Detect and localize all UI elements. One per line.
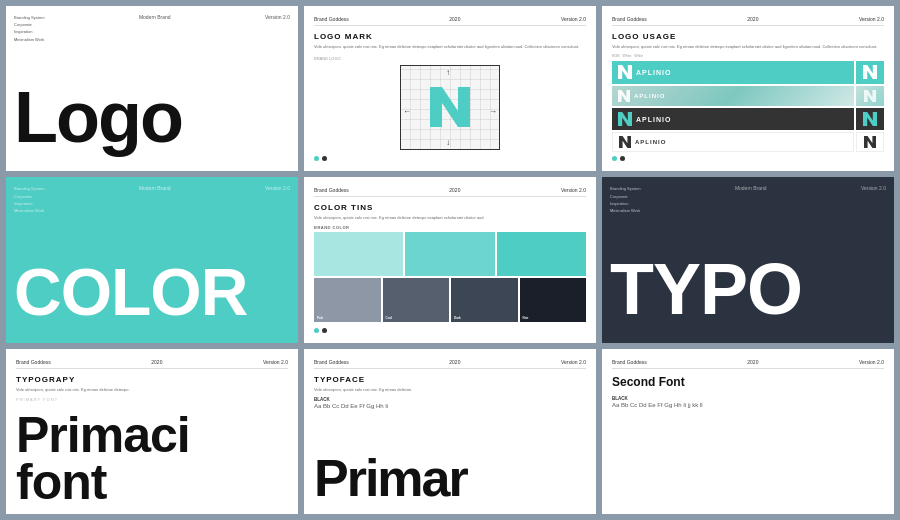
swatch-teal-light (314, 232, 403, 276)
card3-color-label: RGB White White (612, 54, 884, 58)
card5-dots (314, 328, 586, 333)
swatch-teal-mid (405, 232, 494, 276)
card-logo-mark: Brand Goddess 2020 Version 2.0 LOGO MARK… (304, 6, 596, 171)
card3-teal-icon (856, 61, 884, 84)
swatch-teal (497, 232, 586, 276)
svg-marker-0 (430, 87, 470, 127)
card4-header: Branding System Corporate Inspiration Mi… (14, 185, 290, 214)
card9-weight-label: BLACK (612, 396, 884, 401)
n-icon-light (619, 136, 631, 148)
card3-row3: APLINIO (612, 108, 884, 131)
arrow-left: ← (403, 107, 411, 116)
card5-dark-row: Pale Cool Dark Noir (314, 278, 586, 322)
card1-nav: Branding System Corporate Inspiration Mi… (14, 14, 44, 43)
card6-nav: Branding System Corporate Inspiration Mi… (610, 185, 640, 214)
dot-teal-3 (612, 156, 617, 161)
card3-photo-logo: APLINIO (612, 86, 854, 106)
card3-row1: APLINIO (612, 61, 884, 84)
arrow-right: → (489, 107, 497, 116)
card8-char-sample: Aa Bb Cc Dd Ee Ff Gg Hh Ii (314, 403, 586, 409)
svg-marker-1 (618, 65, 632, 79)
card2-logo-grid-box: ↑ ↓ ← → (400, 65, 500, 150)
card1-brand: Modern Brand (139, 14, 171, 43)
card8-section-title: TYPOFACE (314, 375, 586, 384)
card6-brand: Modern Brand (735, 185, 767, 214)
card3-section-title: LOGO USAGE (612, 32, 884, 41)
card7-font-label: Primary font (16, 397, 288, 402)
arrow-top: ↑ (446, 68, 450, 77)
card8-header: Brand Goddess 2020 Version 2.0 (314, 359, 586, 369)
card1-version: Version 2.0 (265, 14, 290, 43)
card5-body-text: Vide ulriscipcm, quiste calc rosi mic. E… (314, 215, 586, 221)
card3-logo-examples: APLINIO APLINIO APLINIO (612, 61, 884, 152)
card2-body-text: Vide ulriscipcm, quiste calc rosi mic. E… (314, 44, 586, 50)
svg-marker-2 (863, 65, 877, 79)
card4-version: Version 2.0 (265, 185, 290, 214)
svg-marker-5 (618, 112, 632, 126)
card3-brand-name-dark: APLINIO (636, 116, 671, 123)
card2-section-title: LOGO MARK (314, 32, 586, 41)
card3-brand-name-photo: APLINIO (634, 93, 665, 99)
swatch-dark2-label: Dark (454, 316, 515, 320)
n-icon-photo (618, 90, 630, 102)
dot-teal-5 (314, 328, 319, 333)
swatch-gray-label: Pale (317, 316, 378, 320)
swatch-dark2: Dark (451, 278, 518, 322)
svg-marker-7 (619, 136, 631, 148)
swatch-dark1: Cool (383, 278, 450, 322)
card9-header: Brand Goddess 2020 Version 2.0 (612, 359, 884, 369)
card5-section-title: COLOR TINS (314, 203, 586, 212)
n-icon-dark (618, 112, 632, 126)
card4-nav: Branding System Corporate Inspiration Mi… (14, 185, 44, 214)
card3-teal-logo: APLINIO (612, 61, 854, 84)
card-typography: Brand Goddess 2020 Version 2.0 TYPOGRAPY… (6, 349, 298, 514)
n-icon-dark-only (863, 112, 877, 126)
card3-dark-icon (856, 108, 884, 131)
swatch-black: Noir (520, 278, 587, 322)
card2-header: Brand Goddess 2020 Version 2.0 (314, 16, 586, 26)
dot-dark-5 (322, 328, 327, 333)
card-logo-cover: Branding System Corporate Inspiration Mi… (6, 6, 298, 171)
card3-brand-name-light: APLINIO (635, 139, 666, 145)
svg-marker-3 (618, 90, 630, 102)
card9-char-sample: Aa Bb Cc Dd Ee Ff Gg Hh Ii jj kk ll (612, 402, 884, 408)
card3-row2: APLINIO (612, 86, 884, 106)
card1-big-text: Logo (14, 81, 290, 153)
card3-light-logo: APLINIO (612, 132, 854, 152)
dot-dark-3 (620, 156, 625, 161)
arrow-bottom: ↓ (446, 138, 450, 147)
card2-n-mark-svg (430, 87, 470, 127)
card7-section-title: TYPOGRAPY (16, 375, 288, 384)
card4-brand: Modern Brand (139, 185, 171, 214)
swatch-black-label: Noir (523, 316, 584, 320)
card4-big-text: COLOR (14, 259, 290, 325)
card3-header: Brand Goddess 2020 Version 2.0 (612, 16, 884, 26)
svg-marker-6 (863, 112, 877, 126)
card5-swatches: Pale Cool Dark Noir (314, 232, 586, 321)
card8-primary-font: Primar (314, 452, 586, 504)
card-typeface: Brand Goddess 2020 Version 2.0 TYPOFACE … (304, 349, 596, 514)
card5-header: Brand Goddess 2020 Version 2.0 (314, 187, 586, 197)
svg-marker-8 (864, 136, 876, 148)
card2-logo-grid-area: ↑ ↓ ← → (314, 64, 586, 150)
card-logo-usage: Brand Goddess 2020 Version 2.0 LOGO USAG… (602, 6, 894, 171)
n-icon-photo-only (864, 90, 876, 102)
svg-marker-4 (864, 90, 876, 102)
card2-brand-logo-label: BRAND LOGO (314, 56, 586, 61)
card-color-tins: Brand Goddess 2020 Version 2.0 COLOR TIN… (304, 177, 596, 342)
n-icon-light-only (864, 136, 876, 148)
card7-primary-font: Primaci (16, 410, 288, 457)
card5-teal-row (314, 232, 586, 276)
card3-light-icon (856, 132, 884, 152)
card5-brand-color-label: BRAND COLOR (314, 225, 586, 230)
card3-body-text: Vide ulriscipcm, quiste calc rosi mic. E… (612, 44, 884, 50)
card-color-cover: Branding System Corporate Inspiration Mi… (6, 177, 298, 342)
n-icon-only (863, 65, 877, 79)
card8-body-text: Vide ulriscipcm, quiste calc rosi mic. E… (314, 387, 586, 393)
dot-dark (322, 156, 327, 161)
dot-teal (314, 156, 319, 161)
card6-big-text: TYPO (610, 253, 886, 325)
n-icon-teal (618, 65, 632, 79)
card7-font-line2: font (16, 457, 288, 504)
card3-dark-logo: APLINIO (612, 108, 854, 131)
